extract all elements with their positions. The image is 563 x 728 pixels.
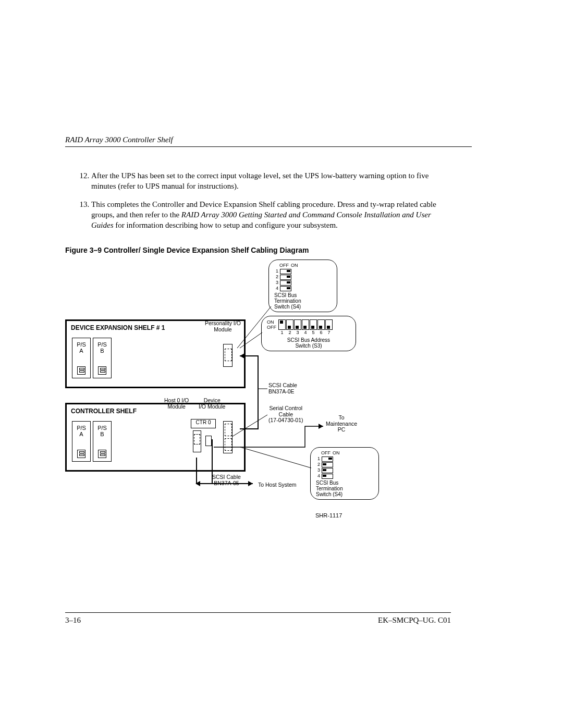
dip-switch-icon: [322, 468, 333, 473]
s3-col-3: 3: [296, 330, 299, 336]
s4-row-4: 4: [274, 286, 278, 291]
power-supply-a: P/S A: [72, 421, 91, 462]
s3-off-label: OFF: [267, 325, 276, 330]
callout-s3: ON OFF 1 2 3 4 5 6 7 SCSI Bus Address Sw…: [261, 316, 356, 351]
to-maintenance-label: To Maintenance PC: [326, 415, 357, 433]
callout-s4-top: OFF ON 1 2 3 4 SCSI Bus Termination Swit…: [268, 260, 337, 312]
host0-io-port: [193, 430, 201, 452]
s3-col-6: 6: [320, 330, 322, 336]
io-connector-icon: [225, 438, 232, 451]
dip-switch-icon: [280, 286, 291, 291]
dip-switch-icon: [322, 462, 333, 467]
page-footer: 3–16 EK–SMCPQ–UG. C01: [65, 612, 451, 625]
ctr0-box: CTR 0: [191, 419, 216, 428]
plug-icon: [98, 366, 106, 375]
dev-shelf-title: DEVICE EXPANSION SHELF # 1: [71, 324, 165, 331]
s4-row-3: 3: [274, 280, 278, 286]
address-switch-icon: 1 2 3 4 5 6 7: [278, 319, 333, 336]
step-13: This completes the Controller and Device…: [91, 199, 472, 231]
dip-switch-icon: [280, 275, 291, 280]
procedure-list: After the UPS has been set to the correc…: [65, 170, 472, 230]
scsi-cable-bottom-label: SCSI Cable BN37A-05: [212, 474, 241, 486]
svg-marker-3: [248, 481, 253, 486]
serial-port-icon: [205, 436, 212, 446]
power-supply-a: P/S A: [72, 338, 91, 378]
io-connector-icon: [225, 349, 232, 361]
serial-cable-label: Serial Control Cable (17-04730-01): [268, 405, 303, 424]
svg-marker-4: [319, 424, 323, 429]
personality-io-port: [223, 344, 232, 367]
dip-switch-icon: [322, 474, 333, 479]
running-header: RAID Array 3000 Controller Shelf: [65, 135, 472, 147]
s3-col-4: 4: [304, 330, 307, 336]
s4-label: SCSI Bus Termination Switch (S4): [316, 480, 373, 497]
s4-row-2: 2: [274, 275, 278, 280]
step-12: After the UPS has been set to the correc…: [91, 170, 472, 192]
dip-switch-icon: [280, 269, 291, 274]
plug-icon: [77, 450, 85, 458]
power-supply-b: P/S B: [93, 421, 112, 462]
s4-label: SCSI Bus Termination Switch (S4): [274, 292, 332, 310]
s3-col-7: 7: [327, 330, 330, 336]
s4b-row-4: 4: [316, 474, 320, 479]
scsi-cable-top-label: SCSI Cable BN37A-0E: [268, 382, 297, 394]
s3-col-2: 2: [288, 330, 291, 336]
s4-row-1: 1: [274, 269, 278, 274]
device-io-port: [223, 421, 232, 453]
callout-s4-bottom: OFF ON 1 2 3 4 SCSI Bus Termination Swit…: [310, 447, 379, 500]
io-connector-icon: [225, 424, 232, 436]
drawing-number: SHR-1117: [315, 512, 342, 519]
figure-caption: Figure 3–9 Controller/ Single Device Exp…: [65, 246, 472, 254]
s4-on-label: ON: [333, 451, 340, 456]
s4b-row-3: 3: [316, 468, 320, 473]
host0-io-label: Host 0 I/O Module: [164, 398, 189, 410]
controller-shelf: CONTROLLER SHELF P/S A P/S B CTR 0: [65, 403, 246, 472]
cabling-diagram: OFF ON 1 2 3 4 SCSI Bus Termination Swit…: [65, 260, 399, 525]
to-host-label: To Host System: [258, 482, 297, 488]
svg-line-5: [240, 447, 311, 468]
dip-switch-icon: [280, 280, 291, 286]
dip-switch-icon: [322, 456, 333, 462]
doc-id: EK–SMCPQ–UG. C01: [378, 616, 451, 625]
plug-icon: [77, 366, 85, 375]
io-connector-icon: [194, 434, 200, 445]
s4b-row-2: 2: [316, 462, 320, 467]
arrow-icon: [195, 481, 200, 486]
s3-col-1: 1: [280, 330, 283, 336]
s4-on-label: ON: [291, 263, 298, 268]
s3-label: SCSI Bus Address Switch (S3): [267, 337, 350, 349]
step-13-text-b: for information describing how to setup …: [114, 221, 338, 229]
s3-on-label: ON: [267, 319, 276, 325]
personality-io-label: Personality I/O Module: [205, 320, 241, 332]
s4b-row-1: 1: [316, 456, 320, 462]
plug-icon: [98, 450, 106, 458]
page-number: 3–16: [65, 616, 81, 625]
power-supply-b: P/S B: [93, 338, 112, 378]
ctrl-shelf-title: CONTROLLER SHELF: [71, 408, 137, 415]
s3-col-5: 5: [312, 330, 314, 336]
s4-off-label: OFF: [321, 451, 331, 456]
s4-off-label: OFF: [279, 263, 289, 268]
device-io-label: Device I/O Module: [199, 398, 225, 410]
